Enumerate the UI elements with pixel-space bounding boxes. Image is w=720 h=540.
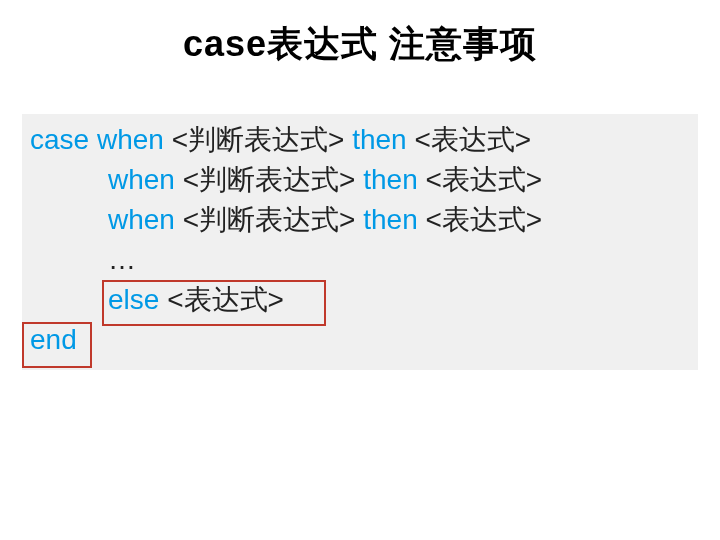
keyword-then: then [363, 204, 418, 235]
keyword-then: then [363, 164, 418, 195]
placeholder-expression: <表达式> [167, 284, 284, 315]
keyword-case: case [30, 124, 89, 155]
code-line-ellipsis: … [30, 240, 690, 280]
slide: case表达式 注意事项 case when <判断表达式> then <表达式… [0, 0, 720, 540]
code-line-end: end [30, 320, 690, 360]
placeholder-expression: <表达式> [414, 124, 531, 155]
placeholder-condition: <判断表达式> [183, 204, 356, 235]
keyword-end: end [30, 324, 77, 355]
code-line-else: else <表达式> [30, 280, 690, 320]
code-line-2: when <判断表达式> then <表达式> [30, 160, 690, 200]
code-block: case when <判断表达式> then <表达式> when <判断表达式… [22, 114, 698, 370]
keyword-when: when [108, 204, 175, 235]
code-line-3: when <判断表达式> then <表达式> [30, 200, 690, 240]
keyword-when: when [97, 124, 164, 155]
placeholder-condition: <判断表达式> [183, 164, 356, 195]
keyword-then: then [352, 124, 407, 155]
placeholder-expression: <表达式> [425, 164, 542, 195]
placeholder-expression: <表达式> [425, 204, 542, 235]
keyword-else: else [108, 284, 159, 315]
slide-title: case表达式 注意事项 [0, 0, 720, 69]
code-line-1: case when <判断表达式> then <表达式> [30, 120, 690, 160]
ellipsis-text: … [108, 244, 136, 275]
placeholder-condition: <判断表达式> [172, 124, 345, 155]
keyword-when: when [108, 164, 175, 195]
